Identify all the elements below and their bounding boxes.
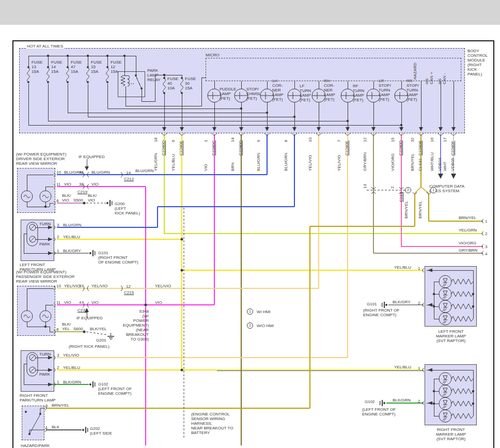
pin-number: 16 <box>430 137 434 142</box>
pin-number: 1 <box>418 366 420 370</box>
connector-label[interactable]: C219 <box>77 190 87 194</box>
connector-label[interactable]: C212 <box>124 177 134 181</box>
wire-color-label: BLU/GRN <box>63 223 82 227</box>
wire-color-label: BLK/YEL <box>90 327 106 331</box>
pin-number: 14 <box>126 171 131 175</box>
note-1-badge: 1 <box>247 308 253 315</box>
circuit-label: VDB04 <box>437 158 442 171</box>
hazard-switch-label: HAZARD/PARK <box>21 443 50 448</box>
pin-number: 8 <box>56 327 58 332</box>
fuse-47-label: FUSE 47 15A <box>71 60 82 74</box>
wire-color-label: YEL/BLU <box>63 235 80 239</box>
passenger-mirror-header: (W/ POWER EQUIPMENT) PASSENGER SIDE EXTE… <box>16 270 74 284</box>
connector-label[interactable]: C215 <box>124 290 134 295</box>
splice-label: S500 <box>73 198 83 203</box>
pin-number: 38 <box>79 182 84 187</box>
wire-color-label: YEL/VIO <box>63 353 79 358</box>
wire-color-label: GRY/BRN <box>363 152 367 171</box>
wire-color-label: GRY/BRN <box>459 248 477 253</box>
splice-s348-label: S348 (W/ POWER EQUIPMENT) (NEAR BREAKOUT… <box>118 309 149 342</box>
lr-stop-turn-lamp-fet-label: LR STOP/ TURN LAMP (FET) <box>379 79 391 102</box>
pin-number: 17 <box>443 137 447 142</box>
rf-turn-lamp-fet-label: RF TURN LAMP (FET) <box>353 84 364 102</box>
pin-number: 11 <box>56 182 60 187</box>
pin-number: 10 <box>56 170 61 175</box>
lh-corner-lamp-fet-label: LH COR- NER LAMP (FET) <box>272 79 284 102</box>
wire-color-label: BRN <box>230 162 235 171</box>
connector-label[interactable]: C2280B <box>418 141 423 156</box>
hs-can-minus-label: HS CAN - <box>437 73 447 84</box>
if-equipped-label: IF EQUIPPED <box>76 316 103 320</box>
edge-pin-number: 2 <box>485 231 487 236</box>
connector-label[interactable]: C2280C <box>211 141 216 156</box>
wire-color-label: BLU/GRN <box>256 152 261 171</box>
ground-location-label: (RIGHT KICK PANEL) <box>69 344 110 349</box>
connector-label[interactable]: C216 <box>399 192 403 202</box>
pin-number: 47 <box>79 300 84 305</box>
pin-number: 3 <box>57 353 59 358</box>
ground-label: G201 <box>96 338 106 343</box>
pin-number: 10 <box>56 284 61 288</box>
pin-number: 1 <box>204 140 208 142</box>
pin-number: 32 <box>410 137 415 142</box>
wire-color-label: WHT <box>443 162 447 171</box>
wire-color-label: VIO/ORG <box>459 241 476 245</box>
ground-location-label: (RIGHT FRONT OF ENGINE COMPT) <box>363 308 399 317</box>
connector-label[interactable]: C237 <box>77 308 87 313</box>
fuse-15-label: FUSE 15 15A <box>91 60 102 74</box>
wire-color-label: YEL/GRN <box>459 228 477 233</box>
note-2-badge: 2 <box>247 322 253 329</box>
right-marker-lamp-label: RIGHT FRONT MARKER LAMP (SVT RAPTOR) <box>425 427 477 441</box>
ground-label: G102 (LEFT FRONT OF ENGINE COMPT) <box>98 382 132 396</box>
wire-color-label: YEL/BLU <box>394 365 411 369</box>
connector-label[interactable]: C2280D <box>161 141 166 156</box>
hot-at-all-times-label: HOT AT ALL TIMES <box>26 44 64 49</box>
turn-filament-label: TURN <box>39 222 51 226</box>
pin-number: 2 <box>418 301 420 305</box>
pin-number: 1 <box>418 266 420 271</box>
pin-number: 12 <box>363 137 367 142</box>
wire-color-label: YEL/VIO <box>308 155 312 171</box>
wire-color-label: BRN/YEL <box>410 153 415 171</box>
wire-color-label: VIO <box>91 182 99 187</box>
connector-label[interactable]: C2280D <box>238 141 243 156</box>
wire-color-label: BLU/GRN <box>284 152 288 171</box>
pin-number: 5 <box>45 404 48 408</box>
pin-number: 6 <box>171 140 176 142</box>
ground-label: G101 (RIGHT FRONT OF ENGINE COMPT) <box>98 251 138 265</box>
wire-color-label: BLK/GRN <box>63 380 81 384</box>
pin-number: 2 <box>390 187 395 189</box>
connector-label[interactable]: C2280D <box>398 141 403 156</box>
wire-color-label: YEL/VIO <box>64 284 80 288</box>
wire-color-label: BRN/YEL <box>404 201 409 219</box>
wire-color-label: VIO <box>204 164 208 171</box>
pin-number: 13 <box>363 184 367 189</box>
pin-number: 8 <box>284 140 288 142</box>
ground-label: G101 <box>367 302 377 306</box>
ground-label: G202 (LEFT SIDE <box>90 426 112 436</box>
hs-can-plus-label: HS CAN + <box>425 72 434 84</box>
pin-number: 41 <box>79 170 84 175</box>
driver-mirror-header: (W/ POWER EQUIPMENT) DRIVER SIDE EXTERIO… <box>16 152 66 166</box>
fuse-13-label: FUSE 13 15A <box>32 60 42 74</box>
connector-label[interactable]: C2280E <box>345 141 349 156</box>
wire-color-label: YEL/BLU <box>171 154 176 171</box>
wire-color-label: VIO <box>64 300 71 305</box>
right-park-turn-lamp-label: RIGHT FRONT PARK/TURN LAMP <box>20 393 56 403</box>
pin-number: 1 <box>57 380 59 384</box>
wire-color-label: WHT/BLU <box>430 152 434 171</box>
note-1-text: W/ HMI <box>257 310 271 314</box>
wire-color-label: BRN/YEL <box>459 215 476 220</box>
fuse-30-label: FUSE 30 15A <box>185 76 196 90</box>
pin-number: 7 <box>337 140 341 142</box>
if-equipped-label: IF EQUIPPED <box>79 155 105 159</box>
wire-color-label: BLU/GRN <box>135 168 154 173</box>
connector-label[interactable]: C2280E <box>179 141 183 156</box>
connector-label[interactable]: C2280F <box>450 141 455 156</box>
wire-color-label: BLK <box>52 425 59 429</box>
pin-number: 8 <box>56 198 58 203</box>
pin-number: 14 <box>230 137 235 142</box>
pin-number: 10 <box>308 137 312 142</box>
pin-number: 15 <box>390 137 395 142</box>
wire-color-label: BRN/YEL <box>418 201 423 219</box>
